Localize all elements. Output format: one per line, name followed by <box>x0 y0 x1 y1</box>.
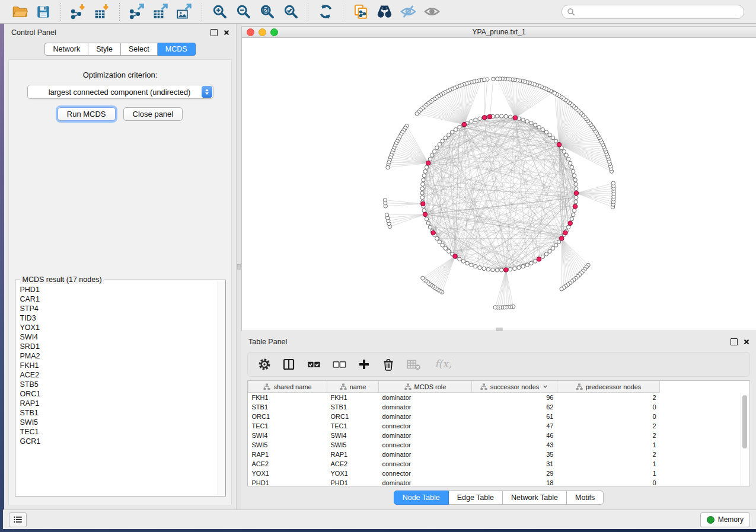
mcds-node[interactable] <box>537 257 541 262</box>
ring-node[interactable] <box>574 200 578 204</box>
leaf-node[interactable] <box>385 213 388 217</box>
ring-node[interactable] <box>521 264 525 268</box>
tab-edge-table[interactable]: Edge Table <box>449 491 503 505</box>
ring-node[interactable] <box>458 257 461 261</box>
ring-node[interactable] <box>495 114 499 118</box>
vertical-splitter[interactable] <box>237 24 241 509</box>
zoom-out-button[interactable] <box>233 2 253 21</box>
mcds-node-item[interactable]: TEC1 <box>20 427 218 437</box>
mcds-node-item[interactable]: PMA2 <box>20 351 218 361</box>
mcds-node[interactable] <box>453 254 458 259</box>
splitter-handle[interactable] <box>237 264 241 270</box>
ring-node[interactable] <box>425 217 428 220</box>
ring-node[interactable] <box>557 240 560 243</box>
ring-node[interactable] <box>454 127 457 131</box>
ring-node[interactable] <box>470 120 473 123</box>
ring-node[interactable] <box>544 130 548 134</box>
ring-node[interactable] <box>438 143 441 146</box>
tab-select[interactable]: Select <box>121 43 158 56</box>
ring-node[interactable] <box>465 261 469 265</box>
ring-node[interactable] <box>575 196 578 199</box>
mcds-node-item[interactable]: CAR1 <box>20 294 218 304</box>
mcds-node[interactable] <box>574 191 579 196</box>
select-all-button[interactable] <box>306 357 321 372</box>
first-neighbors-button[interactable] <box>374 2 394 21</box>
ring-node[interactable] <box>572 209 576 212</box>
result-scrollbar[interactable] <box>218 281 224 495</box>
table-row[interactable]: SWI4SWI4dominator462 <box>248 431 660 440</box>
table-row[interactable]: ORC1ORC1dominator610 <box>248 412 660 421</box>
ring-node[interactable] <box>482 267 486 270</box>
ring-node[interactable] <box>564 153 568 157</box>
leaf-node[interactable] <box>560 287 563 291</box>
ring-node[interactable] <box>572 174 576 177</box>
ring-node[interactable] <box>495 268 499 272</box>
export-table-button[interactable] <box>151 2 171 21</box>
mcds-node-item[interactable]: SWI4 <box>20 332 218 342</box>
mcds-node[interactable] <box>462 122 467 127</box>
ring-node[interactable] <box>554 139 558 143</box>
mcds-node-item[interactable]: STB1 <box>20 408 218 418</box>
network-window-titlebar[interactable]: YPA_prune.txt_1 <box>242 27 756 38</box>
tab-style[interactable]: Style <box>88 43 121 56</box>
ring-node[interactable] <box>474 118 477 121</box>
ring-node[interactable] <box>570 165 573 169</box>
ring-node[interactable] <box>554 243 558 247</box>
ring-node[interactable] <box>548 133 551 137</box>
search-input[interactable] <box>578 7 739 17</box>
ring-node[interactable] <box>508 115 512 118</box>
ring-node[interactable] <box>458 125 461 129</box>
mcds-node-item[interactable]: RAP1 <box>20 399 218 408</box>
ring-node[interactable] <box>566 157 570 161</box>
table-scrollbar-thumb[interactable] <box>742 395 747 448</box>
ring-node[interactable] <box>573 178 577 182</box>
ring-node[interactable] <box>533 123 537 127</box>
column-header-MCDS-role[interactable]: MCDS role <box>379 381 472 393</box>
show-all-button[interactable] <box>422 2 442 21</box>
leaf-node[interactable] <box>495 77 499 81</box>
ring-node[interactable] <box>470 263 473 267</box>
leaf-node[interactable] <box>553 91 556 95</box>
tab-network[interactable]: Network <box>44 43 88 56</box>
column-header-successor-nodes[interactable]: successor nodes <box>472 381 557 393</box>
table-row[interactable]: ACE2ACE2connector311 <box>248 459 660 469</box>
tab-network-table[interactable]: Network Table <box>503 491 567 505</box>
ring-node[interactable] <box>544 252 548 256</box>
ring-node[interactable] <box>422 174 426 177</box>
run-mcds-button[interactable]: Run MCDS <box>58 107 116 121</box>
mcds-node-item[interactable]: STP4 <box>20 304 218 313</box>
zoom-fit-button[interactable] <box>257 2 277 21</box>
float-panel-icon[interactable] <box>210 29 218 36</box>
close-table-panel-icon[interactable] <box>743 338 750 345</box>
ring-node[interactable] <box>428 157 432 161</box>
leaf-node[interactable] <box>415 112 419 116</box>
ring-node[interactable] <box>422 178 425 182</box>
horizontal-splitter-handle[interactable] <box>496 328 502 331</box>
ring-node[interactable] <box>566 225 570 229</box>
ring-node[interactable] <box>551 136 554 140</box>
mcds-node[interactable] <box>482 116 487 120</box>
ring-node[interactable] <box>420 187 424 190</box>
ring-node[interactable] <box>428 225 432 229</box>
float-table-panel-icon[interactable] <box>731 338 738 345</box>
hide-selected-button[interactable] <box>398 2 418 21</box>
close-panel-button[interactable]: Close panel <box>123 107 183 121</box>
mcds-node-item[interactable]: ACE2 <box>20 370 218 380</box>
ring-node[interactable] <box>569 161 572 165</box>
mcds-node[interactable] <box>423 212 428 217</box>
leaf-node[interactable] <box>383 198 387 202</box>
table-settings-button[interactable] <box>257 357 272 371</box>
ring-node[interactable] <box>432 150 436 153</box>
column-header-predecessor-nodes[interactable]: predecessor nodes <box>557 381 660 393</box>
zoom-selected-button[interactable] <box>280 2 301 21</box>
search-field[interactable] <box>562 5 744 19</box>
mcds-node[interactable] <box>426 161 431 165</box>
ring-node[interactable] <box>420 191 424 195</box>
mcds-node[interactable] <box>573 204 578 209</box>
tab-mcds[interactable]: MCDS <box>158 43 196 56</box>
leaf-node[interactable] <box>483 78 486 81</box>
ring-node[interactable] <box>447 249 451 253</box>
mcds-node[interactable] <box>568 221 573 226</box>
ring-node[interactable] <box>486 267 490 271</box>
zoom-in-button[interactable] <box>209 2 229 21</box>
